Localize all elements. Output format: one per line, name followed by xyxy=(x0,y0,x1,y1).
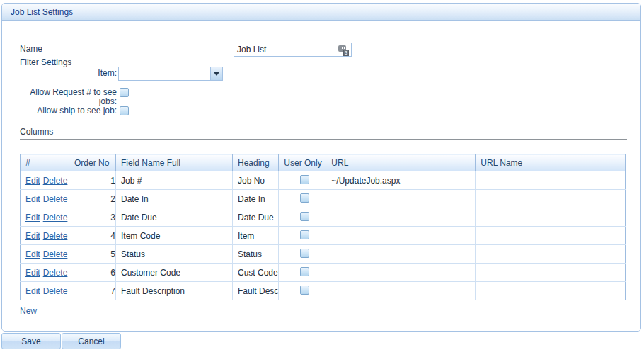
allow-ship-checkbox[interactable] xyxy=(120,106,129,115)
order-no-cell: 2 xyxy=(69,190,116,208)
url-name-cell xyxy=(476,171,626,190)
url-name-cell xyxy=(476,264,626,282)
column-header-col[interactable]: # xyxy=(21,154,69,171)
field-name-full-cell: Job # xyxy=(116,171,233,190)
order-no-cell: 4 xyxy=(69,227,116,245)
table-row: EditDelete7Fault DescriptionFault Desc xyxy=(21,282,626,300)
table-row: EditDelete6Customer CodeCust Code xyxy=(21,264,626,282)
order-no-cell: 6 xyxy=(69,264,116,282)
user-only-cell xyxy=(279,282,326,300)
url-cell xyxy=(326,282,476,300)
translations-icon[interactable]: 3 xyxy=(338,45,350,56)
allow-ship-label: Allow ship to see job: xyxy=(18,106,117,115)
name-input[interactable]: Job List 3 xyxy=(234,43,352,57)
name-input-value: Job List xyxy=(237,45,266,55)
field-name-full-cell: Status xyxy=(116,245,233,264)
user-only-checkbox[interactable] xyxy=(300,230,309,239)
delete-row-link[interactable]: Delete xyxy=(43,231,68,241)
url-name-cell xyxy=(476,282,626,300)
table-row: EditDelete2Date InDate In xyxy=(21,190,626,208)
job-list-settings-panel: Job List Settings Name Job List 3 Filter… xyxy=(1,3,641,332)
new-row-link[interactable]: New xyxy=(20,306,37,316)
field-name-full-cell: Item Code xyxy=(116,227,233,245)
user-only-checkbox[interactable] xyxy=(300,267,309,276)
column-header-heading[interactable]: Heading xyxy=(233,154,279,171)
panel-body: Name Job List 3 Filter Settings Item: Al… xyxy=(2,21,640,332)
panel-title: Job List Settings xyxy=(11,7,73,17)
delete-row-link[interactable]: Delete xyxy=(43,194,68,204)
column-header-order-no[interactable]: Order No xyxy=(69,154,116,171)
user-only-cell xyxy=(279,208,326,227)
name-label: Name xyxy=(20,44,42,54)
table-row: EditDelete4Item CodeItem xyxy=(21,227,626,245)
item-label: Item: xyxy=(18,69,117,78)
url-cell xyxy=(326,208,476,227)
columns-grid: #Order NoField Name FullHeadingUser Only… xyxy=(20,154,626,300)
edit-row-link[interactable]: Edit xyxy=(25,268,40,278)
heading-cell: Cust Code xyxy=(233,264,279,282)
heading-cell: Date In xyxy=(233,190,279,208)
allow-request-checkbox[interactable] xyxy=(120,88,129,97)
user-only-checkbox[interactable] xyxy=(300,249,309,258)
field-name-full-cell: Fault Description xyxy=(116,282,233,300)
user-only-cell xyxy=(279,245,326,264)
url-name-cell xyxy=(476,227,626,245)
user-only-cell xyxy=(279,227,326,245)
row-actions-cell: EditDelete xyxy=(21,190,69,208)
delete-row-link[interactable]: Delete xyxy=(43,249,68,259)
combo-trigger-button[interactable] xyxy=(210,67,222,80)
column-header-url-name[interactable]: URL Name xyxy=(476,154,626,171)
url-name-cell xyxy=(476,208,626,227)
user-only-checkbox[interactable] xyxy=(300,286,309,295)
edit-row-link[interactable]: Edit xyxy=(25,249,40,259)
column-header-field-name-full[interactable]: Field Name Full xyxy=(116,154,233,171)
user-only-cell xyxy=(279,264,326,282)
panel-header: Job List Settings xyxy=(2,4,640,21)
column-header-user-only[interactable]: User Only xyxy=(279,154,326,171)
table-row: EditDelete1Job #Job No~/UpdateJob.aspx xyxy=(21,171,626,190)
user-only-cell xyxy=(279,171,326,190)
edit-row-link[interactable]: Edit xyxy=(25,176,40,186)
column-header-url[interactable]: URL xyxy=(326,154,476,171)
chevron-down-icon xyxy=(214,72,219,76)
user-only-cell xyxy=(279,190,326,208)
field-name-full-cell: Date In xyxy=(116,190,233,208)
columns-section-legend: Columns xyxy=(20,127,627,140)
edit-row-link[interactable]: Edit xyxy=(25,231,40,241)
user-only-checkbox[interactable] xyxy=(300,193,309,203)
url-cell xyxy=(326,190,476,208)
delete-row-link[interactable]: Delete xyxy=(43,268,68,278)
url-cell xyxy=(326,264,476,282)
item-combobox[interactable] xyxy=(118,67,223,81)
table-row: EditDelete3Date DueDate Due xyxy=(21,208,626,227)
delete-row-link[interactable]: Delete xyxy=(43,213,68,222)
item-combobox-value xyxy=(122,69,208,79)
allow-request-label: Allow Request # to see jobs: xyxy=(18,88,117,106)
field-name-full-cell: Customer Code xyxy=(116,264,233,282)
job-list-settings-screen: Job List Settings Name Job List 3 Filter… xyxy=(0,0,644,350)
row-actions-cell: EditDelete xyxy=(21,208,69,227)
url-name-cell xyxy=(476,245,626,264)
order-no-cell: 1 xyxy=(69,171,116,190)
row-actions-cell: EditDelete xyxy=(21,171,69,190)
translations-count-badge: 3 xyxy=(343,50,349,56)
user-only-checkbox[interactable] xyxy=(300,175,309,184)
table-row: EditDelete5StatusStatus xyxy=(21,245,626,264)
delete-row-link[interactable]: Delete xyxy=(43,286,68,296)
user-only-checkbox[interactable] xyxy=(300,212,309,221)
edit-row-link[interactable]: Edit xyxy=(25,213,40,222)
order-no-cell: 3 xyxy=(69,208,116,227)
heading-cell: Status xyxy=(233,245,279,264)
columns-table: #Order NoField Name FullHeadingUser Only… xyxy=(20,154,626,300)
heading-cell: Fault Desc xyxy=(233,282,279,300)
url-name-cell xyxy=(476,190,626,208)
order-no-cell: 7 xyxy=(69,282,116,300)
save-button[interactable]: Save xyxy=(1,333,61,349)
cancel-button[interactable]: Cancel xyxy=(62,333,121,349)
edit-row-link[interactable]: Edit xyxy=(25,194,40,204)
edit-row-link[interactable]: Edit xyxy=(25,286,40,296)
table-header-row: #Order NoField Name FullHeadingUser Only… xyxy=(21,154,626,171)
row-actions-cell: EditDelete xyxy=(21,264,69,282)
heading-cell: Job No xyxy=(233,171,279,190)
delete-row-link[interactable]: Delete xyxy=(43,176,68,186)
